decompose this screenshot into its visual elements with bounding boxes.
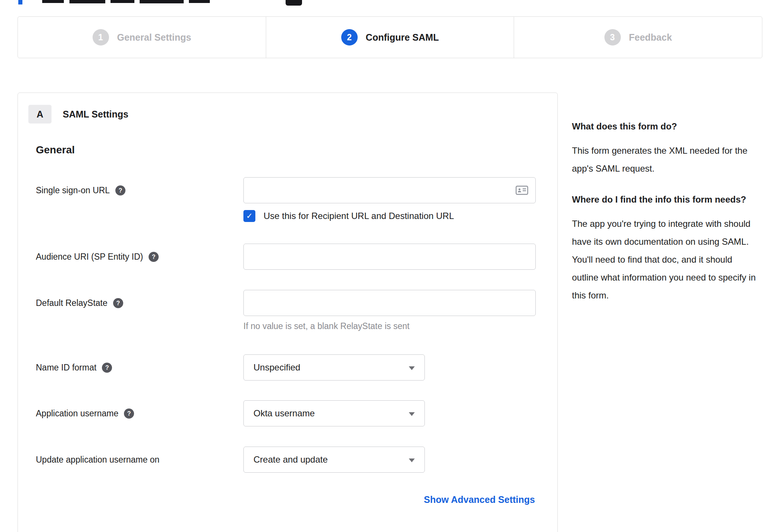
step-label: Configure SAML <box>366 32 439 43</box>
nameid-format-select[interactable]: Unspecified <box>243 354 425 381</box>
sidebar-answer-2: The app you're trying to integrate with … <box>572 215 756 304</box>
audience-label-cell: Audience URI (SP Entity ID) ? <box>36 244 243 270</box>
relaystate-hint: If no value is set, a blank RelayState i… <box>243 320 536 332</box>
updateusername-label-cell: Update application username on <box>36 447 243 473</box>
general-section-title: General <box>36 144 557 156</box>
appusername-label-cell: Application username ? <box>36 400 243 426</box>
update-username-value: Create and update <box>253 454 328 465</box>
application-username-select[interactable]: Okta username <box>243 400 425 426</box>
sso-input-wrap <box>243 177 536 203</box>
cutoff-title-fragment <box>140 0 184 3</box>
step-number-badge: 1 <box>93 29 109 46</box>
wizard-stepper: 1 General Settings 2 Configure SAML 3 Fe… <box>18 16 762 58</box>
nameid-format-value: Unspecified <box>253 362 300 373</box>
section-letter-badge: A <box>28 105 52 123</box>
sso-control-cell: ✓ Use this for Recipient URL and Destina… <box>243 177 536 222</box>
update-username-select[interactable]: Create and update <box>243 447 425 473</box>
cutoff-title-fragment <box>69 0 105 3</box>
field-row-relaystate: Default RelayState ? If no value is set,… <box>36 290 536 332</box>
field-row-nameid: Name ID format ? Unspecified <box>36 354 536 381</box>
cutoff-logo-fragment <box>286 0 302 6</box>
nameid-label-cell: Name ID format ? <box>36 354 243 381</box>
application-username-value: Okta username <box>253 408 315 419</box>
step-label: General Settings <box>117 32 192 43</box>
step-general-settings[interactable]: 1 General Settings <box>18 17 266 58</box>
caret-down-icon <box>409 366 415 370</box>
sidebar-answer-1: This form generates the XML needed for t… <box>572 142 756 178</box>
relaystate-label-cell: Default RelayState ? <box>36 290 243 332</box>
sso-recipient-checkbox-row: ✓ Use this for Recipient URL and Destina… <box>243 210 536 222</box>
help-icon[interactable]: ? <box>113 298 123 308</box>
nameid-control-cell: Unspecified <box>243 354 536 381</box>
recipient-url-checkbox-label: Use this for Recipient URL and Destinati… <box>264 211 454 221</box>
saml-settings-panel: A SAML Settings General Single sign-on U… <box>18 93 558 532</box>
cutoff-title-fragment <box>111 0 134 3</box>
help-icon[interactable]: ? <box>149 252 159 262</box>
relaystate-input[interactable] <box>243 290 536 316</box>
relaystate-input-wrap <box>243 290 536 316</box>
audience-input-wrap <box>243 244 536 270</box>
sidebar-question-1: What does this form do? <box>572 120 756 133</box>
field-row-appusername: Application username ? Okta username <box>36 400 536 426</box>
show-advanced-settings-link[interactable]: Show Advanced Settings <box>424 494 535 505</box>
appusername-control-cell: Okta username <box>243 400 536 426</box>
caret-down-icon <box>409 459 415 462</box>
field-row-audience: Audience URI (SP Entity ID) ? <box>36 244 536 270</box>
audience-uri-input[interactable] <box>243 244 536 270</box>
recipient-url-checkbox[interactable]: ✓ <box>243 210 255 222</box>
audience-control-cell <box>243 244 536 270</box>
step-feedback[interactable]: 3 Feedback <box>514 17 762 58</box>
step-number-badge: 3 <box>604 29 621 46</box>
field-row-sso: Single sign-on URL ? <box>36 177 536 222</box>
panel-header: A SAML Settings <box>18 105 557 123</box>
caret-down-icon <box>409 412 415 416</box>
sso-label-cell: Single sign-on URL ? <box>36 177 243 222</box>
cutoff-title-fragment <box>42 0 64 3</box>
step-configure-saml[interactable]: 2 Configure SAML <box>266 17 514 58</box>
help-icon[interactable]: ? <box>102 363 112 373</box>
step-label: Feedback <box>629 32 672 43</box>
updateusername-label: Update application username on <box>36 454 159 465</box>
help-icon[interactable]: ? <box>115 185 125 195</box>
nameid-label: Name ID format <box>36 362 96 373</box>
cutoff-blue-fragment <box>18 0 22 4</box>
advanced-settings-row: Show Advanced Settings <box>18 494 557 505</box>
relaystate-label: Default RelayState <box>36 297 108 309</box>
sso-url-input[interactable] <box>243 177 536 203</box>
audience-label: Audience URI (SP Entity ID) <box>36 251 143 262</box>
sidebar-question-2: Where do I find the info this form needs… <box>572 193 756 206</box>
contact-card-icon[interactable] <box>516 185 528 197</box>
sso-label: Single sign-on URL <box>36 185 110 196</box>
appusername-label: Application username <box>36 408 118 419</box>
updateusername-control-cell: Create and update <box>243 447 536 473</box>
saml-form: Single sign-on URL ? <box>36 177 536 473</box>
cutoff-title-fragment <box>189 0 210 3</box>
relaystate-control-cell: If no value is set, a blank RelayState i… <box>243 290 536 332</box>
help-sidebar: What does this form do? This form genera… <box>572 120 756 320</box>
step-number-badge: 2 <box>341 29 358 46</box>
help-icon[interactable]: ? <box>124 409 134 419</box>
panel-title: SAML Settings <box>63 109 128 120</box>
field-row-updateusername: Update application username on Create an… <box>36 447 536 473</box>
